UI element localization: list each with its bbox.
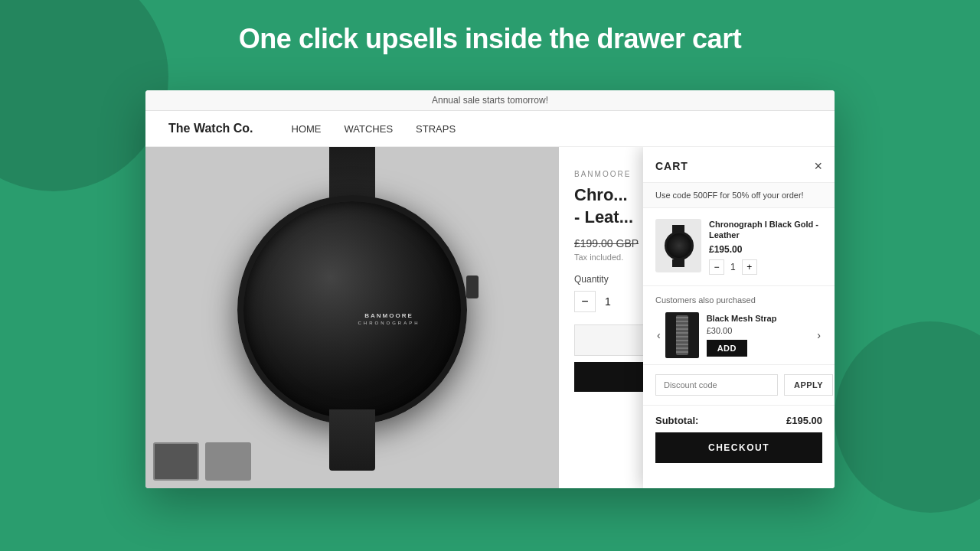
store-banner: Annual sale starts tomorrow! [145, 90, 835, 111]
cart-item-price: £195.00 [709, 244, 822, 255]
upsell-item-name: Black Mesh Strap [707, 314, 813, 323]
cart-promo-banner: Use code 500FF for 50% off your order! [643, 183, 835, 208]
upsell-item-image [665, 312, 699, 358]
cart-qty-value: 1 [730, 262, 736, 272]
carousel-next-btn[interactable]: › [815, 328, 822, 343]
cart-item-details: Chronograph I Black Gold - Leather £195.… [709, 219, 822, 275]
page-headline: One click upsells inside the drawer cart [0, 23, 980, 55]
thumbnail-1[interactable] [153, 442, 199, 481]
subtotal-row: Subtotal: £195.00 [643, 406, 835, 432]
watch-strap-bottom [329, 409, 375, 471]
upsell-item-details: Black Mesh Strap £30.00 ADD [707, 314, 813, 357]
quantity-value: 1 [605, 295, 611, 308]
upsell-item-price: £30.00 [707, 326, 813, 335]
watch-crown [466, 276, 479, 298]
cart-item: Chronograph I Black Gold - Leather £195.… [643, 208, 835, 286]
cart-title: CART [655, 160, 688, 172]
cart-qty-decrease-btn[interactable]: − [709, 259, 724, 275]
upsell-add-button[interactable]: ADD [707, 340, 747, 357]
banner-text: Annual sale starts tomorrow! [432, 95, 548, 106]
upsell-section: Customers also purchased ‹ Black Mesh St… [643, 286, 835, 365]
store-main: BANMOORECHRONOGRAPH BANMOORE Chro...- Le… [145, 147, 835, 488]
nav-watches[interactable]: WATCHES [345, 123, 394, 135]
watch-face: BANMOORECHRONOGRAPH [237, 195, 467, 425]
checkout-button[interactable]: CHECKOUT [655, 432, 822, 463]
bg-decoration-2 [835, 321, 980, 513]
upsell-title: Customers also purchased [655, 295, 822, 305]
store-logo: The Watch Co. [168, 122, 253, 135]
product-image-area: BANMOORECHRONOGRAPH [145, 147, 559, 488]
apply-discount-button[interactable]: APPLY [784, 374, 833, 396]
store-nav: The Watch Co. HOME WATCHES STRAPS [145, 111, 835, 147]
cart-item-name: Chronograph I Black Gold - Leather [709, 219, 822, 241]
subtotal-label: Subtotal: [655, 415, 698, 426]
headline-section: One click upsells inside the drawer cart [0, 0, 980, 70]
mini-strap-bottom [672, 259, 684, 267]
upsell-item: Black Mesh Strap £30.00 ADD [665, 312, 813, 358]
watch-brand-text: BANMOORECHRONOGRAPH [301, 312, 477, 326]
product-thumbnails [153, 442, 251, 481]
browser-window: Annual sale starts tomorrow! The Watch C… [145, 90, 835, 488]
cart-item-qty-row: − 1 + [709, 259, 822, 275]
carousel-prev-btn[interactable]: ‹ [655, 328, 662, 343]
thumbnail-2[interactable] [205, 442, 251, 481]
cart-header: CART × [643, 147, 835, 183]
cart-item-mini-watch [662, 225, 696, 267]
cart-close-button[interactable]: × [814, 159, 822, 173]
upsell-carousel: ‹ Black Mesh Strap £30.00 ADD › [655, 312, 822, 358]
cart-qty-increase-btn[interactable]: + [742, 259, 757, 275]
cart-item-image [655, 219, 701, 272]
cart-drawer: CART × Use code 500FF for 50% off your o… [643, 147, 835, 488]
discount-section: APPLY [643, 365, 835, 406]
strap-visual [676, 315, 688, 355]
nav-straps[interactable]: STRAPS [416, 123, 456, 135]
store-wrapper: Annual sale starts tomorrow! The Watch C… [145, 90, 835, 488]
quantity-decrease-btn[interactable]: − [574, 291, 596, 312]
discount-code-input[interactable] [655, 374, 778, 396]
watch-image: BANMOORECHRONOGRAPH [207, 157, 498, 478]
mini-watch-face [665, 231, 694, 260]
subtotal-amount: £195.00 [786, 415, 822, 426]
nav-home[interactable]: HOME [292, 123, 322, 135]
